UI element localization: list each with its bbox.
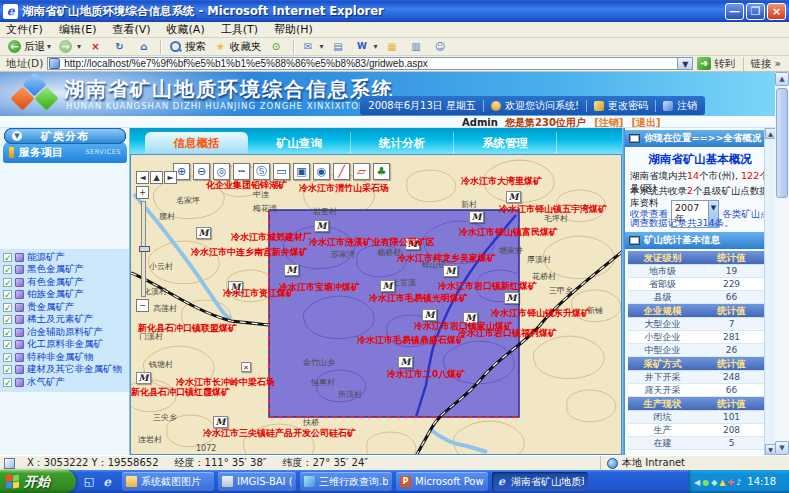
toolbar-button[interactable]: ▥ bbox=[406, 39, 430, 55]
layer-checkbox[interactable]: ✓ bbox=[3, 303, 12, 312]
tray-icon[interactable]: ◀ bbox=[694, 478, 700, 487]
zoom-slider-handle[interactable] bbox=[139, 246, 150, 252]
mine-marker[interactable]: M bbox=[314, 220, 329, 232]
menu-item[interactable]: 帮助(H) bbox=[274, 22, 313, 37]
mine-marker[interactable]: M bbox=[469, 211, 484, 223]
toolbar-button[interactable]: ★ 收藏夹 bbox=[210, 39, 266, 55]
scroll-up-icon[interactable]: ▲ bbox=[765, 128, 775, 139]
pan-up-button[interactable]: ▲ bbox=[150, 171, 163, 184]
tab[interactable]: 信息概括 bbox=[145, 132, 248, 154]
toolbar-button[interactable]: ⊙ bbox=[266, 39, 290, 55]
mine-marker[interactable]: M bbox=[284, 264, 299, 276]
map-tool-button[interactable]: ⊖ bbox=[193, 163, 210, 180]
zoom-in-button[interactable]: + bbox=[136, 186, 149, 199]
quicklaunch-icon[interactable]: ◱ bbox=[82, 475, 96, 489]
toolbar-button[interactable]: → bbox=[55, 39, 85, 55]
sidebar-group-button[interactable]: ▼ 矿类分布 bbox=[4, 128, 126, 144]
taskbar-task-button[interactable]: 三维行政查询.bmp bbox=[300, 472, 392, 491]
layer-checkbox[interactable]: ✓ bbox=[3, 340, 12, 349]
map-viewport[interactable]: 名家坪腰村中连梅花湾岩里村新村毛坪村苏家湾杨桥村塘家井厚溪村铎山镇花桥村三甲乡上… bbox=[130, 154, 622, 455]
map-tool-button[interactable]: ▣ bbox=[293, 163, 310, 180]
map-tool-button[interactable]: ▭ bbox=[273, 163, 290, 180]
toolbar-button[interactable]: ← 后退 bbox=[4, 39, 55, 55]
toolbar-button[interactable] bbox=[160, 40, 162, 54]
tray-icon[interactable]: ♪ bbox=[736, 478, 741, 487]
mine-marker[interactable]: M bbox=[506, 191, 521, 203]
browser-scrollbar[interactable]: ▲ ▼ bbox=[775, 72, 789, 455]
tab[interactable]: 矿山查询 bbox=[248, 132, 351, 154]
close-button[interactable]: × bbox=[767, 3, 786, 20]
toolbar-button[interactable]: 搜索 bbox=[165, 39, 210, 55]
map-tool-button[interactable]: ◉ bbox=[313, 163, 330, 180]
toolbar-button[interactable]: ✉ bbox=[298, 39, 328, 55]
tab[interactable]: 统计分析 bbox=[351, 132, 454, 154]
toolbar-button[interactable]: ↻ bbox=[109, 39, 133, 55]
minimize-button[interactable]: — bbox=[725, 3, 744, 20]
logout-link[interactable]: 注销 bbox=[677, 99, 697, 113]
mine-marker[interactable]: × bbox=[241, 362, 251, 372]
toolbar-button[interactable]: × bbox=[85, 39, 109, 55]
links-menu[interactable]: 链接 » bbox=[743, 57, 781, 71]
map-tool-button[interactable]: ▱ bbox=[353, 163, 370, 180]
mine-marker[interactable]: M bbox=[398, 356, 413, 368]
toolbar-button[interactable]: W bbox=[352, 39, 382, 55]
userbar-exit-link[interactable]: [退出] bbox=[631, 117, 660, 128]
layer-checkbox[interactable]: ✓ bbox=[3, 353, 12, 362]
toolbar-button[interactable]: ▤ bbox=[328, 39, 352, 55]
start-button[interactable]: 开始 bbox=[0, 470, 76, 493]
pan-left-button[interactable]: ◄ bbox=[136, 171, 149, 184]
change-password-link[interactable]: 更改密码 bbox=[608, 99, 648, 113]
tab[interactable]: 系统管理 bbox=[454, 132, 557, 154]
address-dropdown-icon[interactable]: ▼ bbox=[678, 57, 693, 70]
zoom-out-button[interactable]: − bbox=[136, 299, 149, 312]
quicklaunch-icon[interactable]: e bbox=[100, 475, 114, 489]
map-tool-button[interactable]: ┅ bbox=[233, 163, 250, 180]
mine-marker[interactable]: M bbox=[504, 292, 519, 304]
userbar-logout-link[interactable]: [注销] bbox=[594, 117, 623, 128]
menu-item[interactable]: 收藏(A) bbox=[167, 22, 205, 37]
layer-checkbox[interactable]: ✓ bbox=[3, 365, 12, 374]
scrollbar-thumb[interactable] bbox=[776, 88, 788, 198]
toolbar-button[interactable] bbox=[293, 40, 295, 54]
layer-checkbox[interactable]: ✓ bbox=[3, 290, 12, 299]
maximize-button[interactable]: ❐ bbox=[746, 3, 765, 20]
scroll-up-icon[interactable]: ▲ bbox=[775, 72, 789, 86]
mine-marker[interactable]: M bbox=[196, 227, 211, 239]
mine-marker[interactable]: M bbox=[136, 372, 151, 384]
map-tool-button[interactable]: ╱ bbox=[333, 163, 350, 180]
layer-checkbox[interactable]: ✓ bbox=[3, 315, 12, 324]
toolbar-button[interactable]: ☺ bbox=[430, 39, 454, 55]
zoom-slider[interactable] bbox=[141, 201, 146, 297]
map-tool-button[interactable]: ◎ bbox=[213, 163, 230, 180]
taskbar-task-button[interactable]: P Microsoft PowerP... bbox=[396, 472, 488, 491]
tray-icon[interactable]: ● bbox=[702, 478, 709, 487]
tray-icon[interactable]: ✚ bbox=[727, 478, 734, 487]
mine-marker[interactable]: M bbox=[443, 265, 458, 277]
taskbar-task-button[interactable]: IMGIS-BAI (J:) bbox=[218, 472, 296, 491]
toolbar-button[interactable]: ▦ bbox=[382, 39, 406, 55]
menu-item[interactable]: 查看(V) bbox=[112, 22, 150, 37]
mine-marker[interactable]: M bbox=[380, 280, 395, 292]
layer-checkbox[interactable]: ✓ bbox=[3, 378, 12, 387]
address-input[interactable] bbox=[47, 57, 678, 70]
map-tool-button[interactable]: ♣ bbox=[373, 163, 390, 180]
taskbar-task-button[interactable]: e 湖南省矿山地质环... bbox=[492, 472, 588, 491]
toolbar-button[interactable]: ⌂ bbox=[133, 39, 157, 55]
map-tool-button[interactable]: Ⓢ bbox=[253, 163, 270, 180]
layer-checkbox[interactable]: ✓ bbox=[3, 328, 12, 337]
menu-item[interactable]: 文件(F) bbox=[6, 22, 43, 37]
tray-icon[interactable]: ▲ bbox=[719, 478, 725, 487]
tray-icon[interactable]: ◆ bbox=[711, 478, 717, 487]
menu-item[interactable]: 编辑(E) bbox=[59, 22, 97, 37]
layer-checkbox[interactable]: ✓ bbox=[3, 278, 12, 287]
menu-item[interactable]: 工具(T) bbox=[221, 22, 258, 37]
scroll-down-icon[interactable]: ▼ bbox=[765, 444, 775, 455]
layer-checkbox[interactable]: ✓ bbox=[3, 265, 12, 274]
toolbar-button-icon: ← bbox=[8, 40, 21, 53]
go-button[interactable]: ➜ 转到 bbox=[697, 57, 739, 71]
layer-checkbox[interactable]: ✓ bbox=[3, 253, 12, 262]
taskbar-task-button[interactable]: 系统截图图片 bbox=[122, 472, 214, 491]
scroll-down-icon[interactable]: ▼ bbox=[775, 441, 789, 455]
pan-right-button[interactable]: ► bbox=[164, 171, 177, 184]
panel-scrollbar[interactable]: ▲ ▼ bbox=[764, 128, 775, 455]
